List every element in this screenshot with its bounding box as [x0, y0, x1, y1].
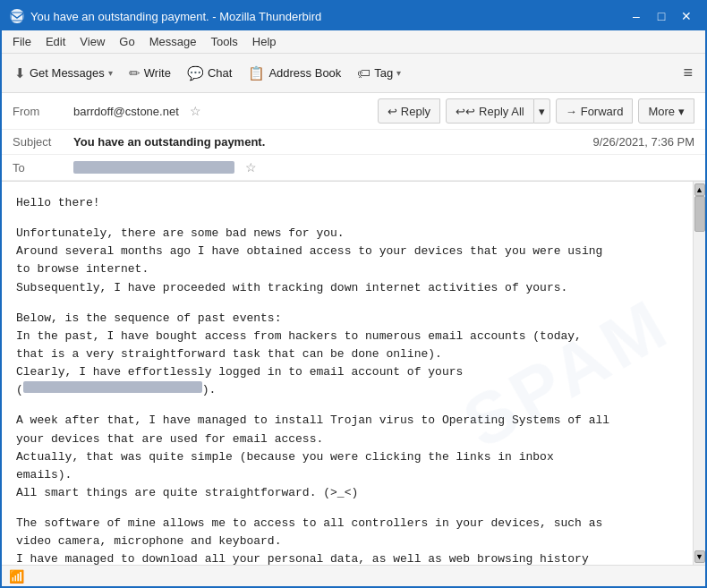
- get-messages-arrow: ▾: [108, 68, 113, 78]
- status-bar: 📶: [2, 565, 705, 586]
- reply-button-group: ↩ Reply: [378, 98, 440, 124]
- from-value: barrdoff@cstone.net: [73, 105, 179, 118]
- body-line-5: to browse internet.: [16, 260, 678, 278]
- address-book-icon: 📋: [248, 65, 265, 81]
- more-arrow-icon: ▾: [678, 105, 685, 118]
- to-label: To: [13, 161, 66, 175]
- more-button-group: More ▾: [638, 98, 694, 124]
- from-star-icon[interactable]: ☆: [190, 104, 201, 118]
- main-window: You have an outstanding payment. - Mozil…: [0, 0, 707, 588]
- close-button[interactable]: ✕: [675, 6, 698, 26]
- reply-all-icon: ↩↩: [456, 105, 475, 118]
- scrollbar[interactable]: ▲ ▼: [693, 182, 705, 565]
- scroll-up-button[interactable]: ▲: [694, 183, 705, 196]
- email-header: From barrdoff@cstone.net ☆ ↩ Reply ↩↩ Re…: [2, 93, 705, 182]
- subject-value: You have an outstanding payment.: [73, 135, 265, 149]
- reply-all-button[interactable]: ↩↩ Reply All: [446, 98, 534, 124]
- body-line-10: that is a very straightforward task that…: [16, 345, 678, 363]
- body-line-14: A week after that, I have managed to ins…: [16, 412, 678, 430]
- menu-item-go[interactable]: Go: [112, 33, 141, 50]
- menu-item-help[interactable]: Help: [245, 33, 284, 50]
- subject-row: Subject You have an outstanding payment.…: [2, 130, 705, 155]
- body-line-12: ( ).: [16, 381, 678, 399]
- email-body: SPAM Hello there! Unfortunately, there a…: [2, 182, 693, 565]
- reply-icon: ↩: [388, 105, 397, 118]
- reply-all-dropdown[interactable]: ▾: [534, 98, 550, 124]
- from-label: From: [13, 105, 66, 118]
- chat-icon: 💬: [187, 65, 204, 81]
- title-bar: You have an outstanding payment. - Mozil…: [2, 2, 705, 30]
- body-line-3: Unfortunately, there are some bad news f…: [16, 225, 678, 243]
- tag-label: Tag: [374, 66, 393, 80]
- body-line-16: Actually, that was quite simple (because…: [16, 448, 678, 466]
- window-controls: – □ ✕: [625, 6, 698, 26]
- reply-all-button-group: ↩↩ Reply All ▾: [446, 98, 550, 124]
- email-action-buttons: ↩ Reply ↩↩ Reply All ▾ → Forward: [378, 98, 694, 124]
- body-line-11: Clearly, I have effortlessly logged in t…: [16, 363, 678, 381]
- chat-label: Chat: [208, 66, 232, 80]
- to-value: [73, 161, 234, 174]
- app-icon: [9, 8, 25, 24]
- body-line-8: Below, is the sequence of past events:: [16, 310, 678, 328]
- minimize-button[interactable]: –: [625, 6, 648, 26]
- date-value: 9/26/2021, 7:36 PM: [593, 135, 694, 149]
- get-messages-button[interactable]: ⬇ Get Messages ▾: [7, 59, 120, 88]
- menu-item-view[interactable]: View: [72, 33, 112, 50]
- tag-arrow: ▾: [396, 68, 401, 78]
- chat-button[interactable]: 💬 Chat: [180, 59, 239, 88]
- address-book-label: Address Book: [268, 66, 341, 80]
- body-line-20: The software of mine allows me to access…: [16, 515, 678, 533]
- maximize-button[interactable]: □: [650, 6, 673, 26]
- tag-icon: 🏷: [357, 65, 371, 81]
- redacted-email: [23, 381, 202, 393]
- body-line-6: Subsequently, I have proceeded with trac…: [16, 279, 678, 297]
- scrollbar-track-area[interactable]: [694, 196, 705, 550]
- body-line-22: I have managed to download all your pers…: [16, 550, 678, 565]
- more-label: More: [648, 105, 675, 118]
- write-icon: ✏: [129, 65, 141, 81]
- menu-bar: FileEditViewGoMessageToolsHelp: [2, 30, 705, 54]
- write-label: Write: [144, 66, 171, 80]
- write-button[interactable]: ✏ Write: [122, 59, 178, 88]
- menu-item-message[interactable]: Message: [142, 33, 204, 50]
- body-line-1: Hello there!: [16, 194, 678, 212]
- window-title: You have an outstanding payment. - Mozil…: [30, 10, 625, 23]
- reply-label: Reply: [401, 105, 430, 118]
- toolbar: ⬇ Get Messages ▾ ✏ Write 💬 Chat 📋 Addres…: [2, 54, 705, 93]
- body-line-9: In the past, I have bought access from h…: [16, 328, 678, 345]
- body-line-21: video camera, microphone and keyboard.: [16, 533, 678, 550]
- forward-label: Forward: [581, 105, 624, 118]
- scrollbar-thumb[interactable]: [694, 196, 705, 232]
- email-body-container: SPAM Hello there! Unfortunately, there a…: [2, 182, 705, 565]
- reply-all-label: Reply All: [479, 105, 524, 118]
- signal-icon: 📶: [9, 569, 24, 584]
- to-row: To ☆: [2, 155, 705, 181]
- forward-button[interactable]: → Forward: [556, 98, 634, 124]
- forward-button-group: → Forward: [556, 98, 634, 124]
- more-button[interactable]: More ▾: [638, 98, 694, 124]
- hamburger-menu-button[interactable]: ≡: [676, 60, 700, 86]
- forward-icon: →: [566, 105, 577, 118]
- body-line-4: Around several months ago I have obtaine…: [16, 243, 678, 260]
- to-star-icon[interactable]: ☆: [245, 160, 257, 175]
- get-messages-label: Get Messages: [30, 66, 105, 80]
- subject-label: Subject: [13, 135, 66, 149]
- get-messages-icon: ⬇: [14, 65, 26, 81]
- reply-button[interactable]: ↩ Reply: [378, 98, 440, 124]
- menu-item-edit[interactable]: Edit: [38, 33, 72, 50]
- body-line-17: emails).: [16, 466, 678, 484]
- tag-button[interactable]: 🏷 Tag ▾: [350, 59, 408, 88]
- scroll-down-button[interactable]: ▼: [694, 550, 705, 563]
- body-line-15: your devices that are used for email acc…: [16, 430, 678, 448]
- address-book-button[interactable]: 📋 Address Book: [241, 59, 348, 88]
- menu-item-tools[interactable]: Tools: [203, 33, 244, 50]
- body-line-18: All smart things are quite straightforwa…: [16, 484, 678, 502]
- menu-item-file[interactable]: File: [5, 33, 38, 50]
- from-row: From barrdoff@cstone.net ☆ ↩ Reply ↩↩ Re…: [2, 93, 705, 130]
